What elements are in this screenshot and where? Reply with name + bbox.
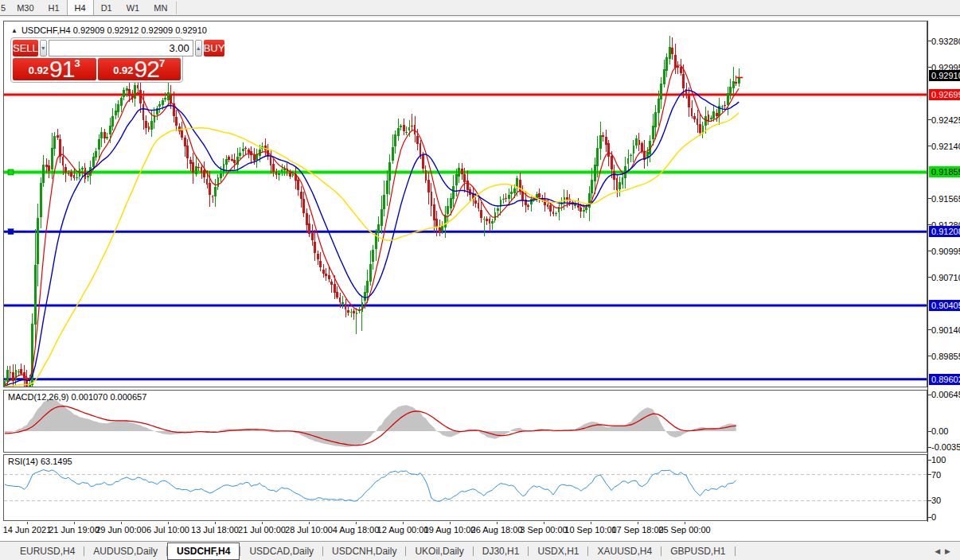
time-axis-tick-mark	[497, 522, 498, 524]
collapse-triangle-icon[interactable]: ▲	[11, 27, 18, 34]
chart-window: ▲ USDCHF,H4 0.92909 0.92912 0.92909 0.92…	[0, 18, 960, 541]
bid-prefix: 0.92	[29, 62, 49, 80]
chart-tab-eurusd-h4[interactable]: EURUSD,H4	[11, 543, 84, 559]
time-axis-label: 21 Jun 19:00	[49, 525, 100, 535]
price-axis-tick: 30	[931, 496, 941, 505]
sell-button[interactable]: SELL	[13, 40, 38, 56]
timeframe-button-h1[interactable]: H1	[41, 0, 67, 15]
time-axis-label: 14 Jun 2021	[3, 525, 52, 535]
price-axis-tick: 70	[931, 470, 941, 480]
timeframe-button-mn[interactable]: MN	[146, 0, 174, 15]
time-axis-label: 6 Jul 10:00	[146, 525, 189, 535]
price-axis-tick: 0.90710	[931, 273, 960, 282]
price-axis-tick: 0.90140	[931, 325, 960, 335]
chart-tab-audusd-daily[interactable]: AUDUSD,Daily	[84, 543, 166, 559]
tab-scroll-arrows[interactable]: ◀▶	[935, 547, 955, 555]
price-axis-tick: 0.92140	[931, 142, 960, 151]
rsi-chart	[4, 455, 927, 520]
sell-price-box[interactable]: 0.92 91 3	[13, 58, 96, 80]
price-axis-tick: 0	[931, 512, 936, 522]
time-axis-label: 3 Sep 00:00	[520, 525, 567, 535]
chart-tab-ukoil-daily[interactable]: UKOil,Daily	[406, 543, 472, 559]
price-badge: 0.91855	[929, 166, 960, 177]
ask-prefix: 0.92	[113, 62, 133, 80]
main-chart-panel[interactable]: ▲ USDCHF,H4 0.92909 0.92912 0.92909 0.92…	[3, 21, 927, 387]
price-badge: 0.89602	[929, 374, 960, 385]
time-axis-tick-mark	[27, 522, 28, 524]
timeframe-button-m30[interactable]: M30	[10, 0, 41, 15]
quote-header: ▲ USDCHF,H4 0.92909 0.92912 0.92909 0.92…	[11, 25, 183, 35]
price-axis-tick: 0.92425	[931, 115, 960, 125]
rsi-indicator-panel[interactable]: RSI(14) 63.1495	[3, 454, 927, 521]
one-click-trading-panel: ▲ USDCHF,H4 0.92909 0.92912 0.92909 0.92…	[10, 25, 183, 83]
time-axis-label: 10 Sep 10:00	[564, 525, 616, 535]
price-badge: 0.92910	[929, 70, 960, 81]
time-axis-tick-mark	[168, 522, 169, 524]
chart-tab-bar: EURUSD,H4AUDUSD,DailyUSDCHF,H4USDCAD,Dai…	[0, 541, 960, 560]
ask-pip-digit: 7	[159, 59, 165, 68]
time-axis-tick-mark	[356, 522, 357, 524]
time-axis-tick-mark	[638, 522, 638, 524]
time-axis-label: 4 Aug 18:00	[333, 525, 380, 535]
price-badge: 0.92699	[929, 89, 960, 100]
time-axis-label: 17 Sep 18:00	[611, 525, 663, 535]
time-axis-tick-mark	[262, 522, 263, 524]
ask-big-digits: 92	[135, 59, 159, 80]
price-axis-tick: 0.93280	[931, 37, 960, 46]
price-badge: 0.90405	[929, 300, 960, 311]
time-axis-tick-mark	[74, 522, 75, 524]
chart-tab-usdchf-h4[interactable]: USDCHF,H4	[167, 542, 240, 560]
toolbar-separator	[176, 2, 177, 14]
time-axis-label: 13 Jul 18:00	[191, 525, 239, 535]
quote-header-text: USDCHF,H4 0.92909 0.92912 0.92909 0.9291…	[21, 25, 207, 35]
buy-price-box[interactable]: 0.92 92 7	[98, 58, 181, 80]
tab-separator	[735, 546, 736, 556]
chart-tab-xauusd-h4[interactable]: XAUUSD,H4	[588, 543, 661, 559]
price-axis[interactable]: 0.932800.929950.924250.921400.915650.912…	[927, 18, 960, 541]
price-axis-tick: 0.91565	[931, 194, 960, 204]
time-axis-tick-mark	[215, 522, 216, 524]
chart-tab-usdcnh-daily[interactable]: USDCNH,Daily	[323, 543, 405, 559]
price-axis-tick: 0.90995	[931, 247, 960, 256]
time-axis-tick-mark	[309, 522, 310, 524]
time-axis-tick-mark	[544, 522, 544, 524]
price-axis-tick: 0.89855	[931, 352, 960, 361]
price-axis-tick: 0.00	[931, 426, 948, 436]
time-axis[interactable]: 14 Jun 202121 Jun 19:0029 Jun 00:006 Jul…	[3, 522, 927, 539]
time-axis-label: 12 Aug 00:00	[377, 525, 429, 535]
chart-tab-gbpusd-h1[interactable]: GBPUSD,H1	[661, 543, 734, 559]
timeframe-button-5[interactable]: 5	[0, 0, 10, 15]
chart-tab-usdcad-daily[interactable]: USDCAD,Daily	[240, 543, 322, 559]
timeframe-button-w1[interactable]: W1	[119, 0, 147, 15]
price-axis-tick: -0.003507	[931, 442, 960, 452]
timeframe-button-h4[interactable]: H4	[67, 0, 94, 15]
time-axis-label: 26 Aug 18:00	[471, 525, 523, 535]
bid-pip-digit: 3	[74, 59, 80, 68]
time-axis-label: 29 Jun 00:00	[96, 525, 146, 535]
time-axis-tick-mark	[403, 522, 404, 524]
price-axis-tick: 100	[931, 455, 946, 465]
chart-tab-usdx-h1[interactable]: USDX,H1	[529, 543, 587, 559]
volume-increase-button[interactable]: ▲	[195, 40, 202, 56]
price-axis-tick: 0.006451	[931, 390, 960, 399]
rsi-label: RSI(14) 63.1495	[8, 457, 72, 466]
trading-terminal-window: 5M30H1H4D1W1MN ▲ USDCHF,H4 0.92909 0.929…	[0, 0, 960, 560]
buy-button[interactable]: BUY	[204, 40, 225, 56]
time-axis-tick-mark	[121, 522, 122, 524]
macd-label: MACD(12,26,9) 0.001070 0.000657	[8, 392, 146, 402]
time-axis-tick-mark	[591, 522, 591, 524]
timeframe-toolbar: 5M30H1H4D1W1MN	[0, 0, 960, 16]
timeframe-button-d1[interactable]: D1	[94, 0, 119, 15]
chart-tab-dj30-h1[interactable]: DJ30,H1	[474, 543, 529, 559]
time-axis-tick-mark	[450, 522, 451, 524]
volume-decrease-button[interactable]: ▼	[40, 40, 47, 56]
time-axis-label: 21 Jul 00:00	[238, 525, 286, 535]
volume-input[interactable]	[49, 40, 193, 56]
time-axis-label: 25 Sep 00:00	[658, 525, 710, 535]
macd-indicator-panel[interactable]: MACD(12,26,9) 0.001070 0.000657	[3, 390, 927, 453]
price-badge: 0.91208	[929, 226, 960, 237]
time-axis-label: 28 Jul 10:00	[285, 525, 333, 535]
time-axis-tick-mark	[685, 522, 685, 524]
time-axis-label: 19 Aug 10:00	[424, 525, 476, 535]
one-click-body: SELL ▼ ▲ BUY 0.92 91 3 0.92	[10, 37, 183, 83]
